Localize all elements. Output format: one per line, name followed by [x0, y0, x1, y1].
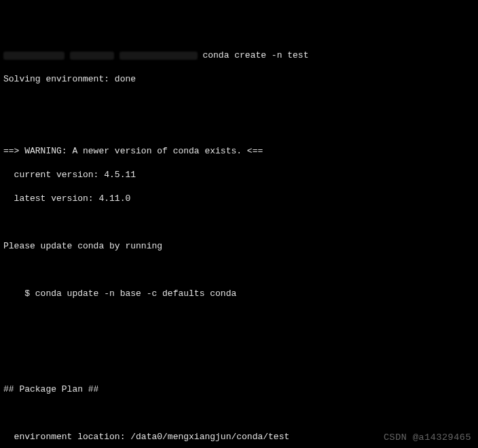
terminal-line-prompt-1: conda create -n test — [3, 50, 475, 62]
line-current-version: current version: 4.5.11 — [3, 169, 475, 181]
blank-line — [3, 97, 475, 109]
blank-line — [3, 312, 475, 324]
blank-line — [3, 335, 475, 348]
redacted-region — [70, 52, 114, 60]
line-env-location: environment location: /data0/mengxiangju… — [3, 431, 475, 443]
blank-line — [3, 407, 475, 419]
line-update-cmd: $ conda update -n base -c defaults conda — [3, 288, 475, 300]
command-create-env: conda create -n test — [198, 50, 309, 60]
redacted-region — [120, 52, 198, 60]
line-please-update: Please update conda by running — [3, 240, 475, 253]
blank-line — [3, 264, 475, 276]
blank-line — [3, 121, 475, 133]
blank-line — [3, 359, 475, 371]
line-package-plan-header: ## Package Plan ## — [3, 384, 475, 396]
redacted-region — [3, 52, 65, 60]
blank-line — [3, 217, 475, 229]
line-warning: ==> WARNING: A newer version of conda ex… — [3, 145, 475, 157]
line-latest-version: latest version: 4.11.0 — [3, 193, 475, 205]
line-solving-env: Solving environment: done — [3, 73, 475, 86]
